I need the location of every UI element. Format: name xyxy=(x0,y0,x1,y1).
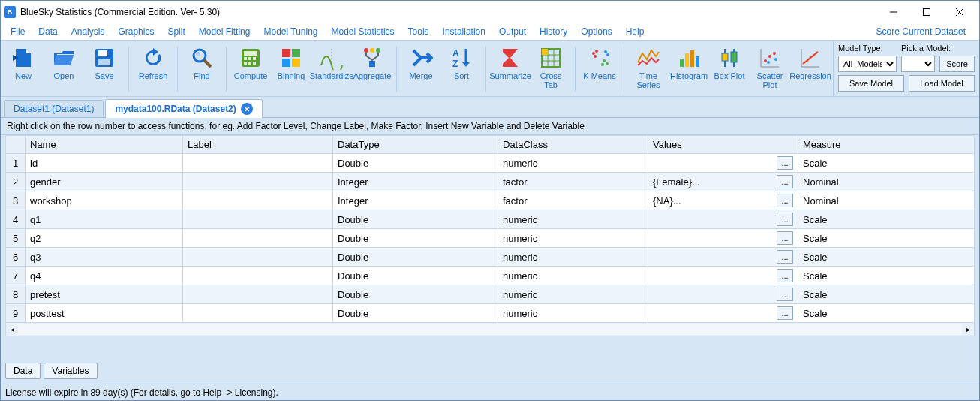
cell-label[interactable] xyxy=(183,154,333,173)
dataset-tab-0[interactable]: Dataset1 (Dataset1) xyxy=(4,100,104,117)
values-edit-button[interactable]: ... xyxy=(777,175,793,188)
cell-name[interactable]: pretest xyxy=(26,285,183,304)
cell-name[interactable]: posttest xyxy=(26,304,183,323)
toolbar-timeseries-button[interactable]: Time Series xyxy=(629,44,668,95)
row-number[interactable]: 4 xyxy=(6,210,26,229)
col-name[interactable]: Name xyxy=(26,136,183,154)
row-number[interactable]: 8 xyxy=(6,285,26,304)
menu-options[interactable]: Options xyxy=(576,25,617,38)
cell-label[interactable] xyxy=(183,248,333,267)
cell-measure[interactable]: Scale xyxy=(798,248,975,267)
values-edit-button[interactable]: ... xyxy=(777,250,793,264)
tab-close-icon[interactable]: ✕ xyxy=(241,103,253,115)
table-row[interactable]: 2genderIntegerfactor{Female}......Nomina… xyxy=(6,173,975,191)
cell-values[interactable]: ... xyxy=(648,154,798,173)
cell-datatype[interactable]: Double xyxy=(333,304,498,323)
minimize-button[interactable] xyxy=(877,1,910,23)
cell-measure[interactable]: Nominal xyxy=(798,173,975,191)
cell-measure[interactable]: Scale xyxy=(798,229,975,248)
cell-datatype[interactable]: Double xyxy=(333,229,498,248)
cell-name[interactable]: q3 xyxy=(26,248,183,267)
cell-dataclass[interactable]: numeric xyxy=(498,267,648,285)
variables-tab[interactable]: Variables xyxy=(44,363,97,379)
cell-dataclass[interactable]: numeric xyxy=(498,248,648,267)
cell-dataclass[interactable]: numeric xyxy=(498,210,648,229)
cell-values[interactable]: ... xyxy=(648,304,798,323)
table-row[interactable]: 5q2Doublenumeric...Scale xyxy=(6,229,975,248)
model-type-select[interactable]: All_Models xyxy=(838,56,897,72)
cell-values[interactable]: ... xyxy=(648,229,798,248)
cell-dataclass[interactable]: numeric xyxy=(498,304,648,323)
cell-dataclass[interactable]: factor xyxy=(498,191,648,210)
cell-datatype[interactable]: Integer xyxy=(333,173,498,191)
col-values[interactable]: Values xyxy=(648,136,798,154)
toolbar-histogram-button[interactable]: Histogram xyxy=(669,44,708,95)
scroll-right-icon[interactable]: ▸ xyxy=(962,324,974,336)
toolbar-aggregate-button[interactable]: Aggregate xyxy=(353,44,392,95)
values-edit-button[interactable]: ... xyxy=(777,194,793,207)
cell-values[interactable]: ... xyxy=(648,210,798,229)
cell-values[interactable]: ... xyxy=(648,285,798,304)
menu-file[interactable]: File xyxy=(5,25,30,38)
cell-label[interactable] xyxy=(183,229,333,248)
row-number[interactable]: 2 xyxy=(6,173,26,191)
toolbar-sort-button[interactable]: AZSort xyxy=(442,44,481,95)
cell-name[interactable]: workshop xyxy=(26,191,183,210)
cell-name[interactable]: q4 xyxy=(26,267,183,285)
pick-model-select[interactable] xyxy=(901,56,935,72)
menu-tools[interactable]: Tools xyxy=(403,25,434,38)
col-dataclass[interactable]: DataClass xyxy=(498,136,648,154)
dataset-tab-1[interactable]: mydata100.RData (Dataset2)✕ xyxy=(105,99,262,118)
cell-datatype[interactable]: Double xyxy=(333,154,498,173)
toolbar-regression-button[interactable]: Regression xyxy=(791,44,830,95)
toolbar-refresh-button[interactable]: Refresh xyxy=(134,44,173,95)
table-row[interactable]: 4q1Doublenumeric...Scale xyxy=(6,210,975,229)
cell-dataclass[interactable]: numeric xyxy=(498,285,648,304)
scroll-left-icon[interactable]: ◂ xyxy=(6,324,18,336)
cell-label[interactable] xyxy=(183,173,333,191)
toolbar-new-button[interactable]: New xyxy=(4,44,43,95)
cell-measure[interactable]: Scale xyxy=(798,267,975,285)
cell-dataclass[interactable]: numeric xyxy=(498,229,648,248)
menu-model-tuning[interactable]: Model Tuning xyxy=(258,25,323,38)
toolbar-binning-button[interactable]: Binning xyxy=(272,44,311,95)
cell-datatype[interactable]: Double xyxy=(333,248,498,267)
row-number[interactable]: 7 xyxy=(6,267,26,285)
toolbar-open-button[interactable]: Open xyxy=(44,44,83,95)
cell-label[interactable] xyxy=(183,267,333,285)
col-measure[interactable]: Measure xyxy=(798,136,975,154)
menu-model-statistics[interactable]: Model Statistics xyxy=(326,25,400,38)
toolbar-find-button[interactable]: Find xyxy=(182,44,221,95)
toolbar-summarize-button[interactable]: Summarize xyxy=(491,44,530,95)
menu-analysis[interactable]: Analysis xyxy=(66,25,110,38)
cell-measure[interactable]: Scale xyxy=(798,154,975,173)
cell-label[interactable] xyxy=(183,285,333,304)
menu-graphics[interactable]: Graphics xyxy=(113,25,159,38)
cell-dataclass[interactable]: numeric xyxy=(498,154,648,173)
toolbar-compute-button[interactable]: Compute xyxy=(231,44,270,95)
menu-help[interactable]: Help xyxy=(621,25,650,38)
table-row[interactable]: 9posttestDoublenumeric...Scale xyxy=(6,304,975,323)
cell-measure[interactable]: Scale xyxy=(798,285,975,304)
cell-name[interactable]: q1 xyxy=(26,210,183,229)
values-edit-button[interactable]: ... xyxy=(777,156,793,170)
toolbar-merge-button[interactable]: Merge xyxy=(401,44,440,95)
values-edit-button[interactable]: ... xyxy=(777,231,793,245)
toolbar-crosstab-button[interactable]: Cross Tab xyxy=(531,44,570,95)
row-number[interactable]: 5 xyxy=(6,229,26,248)
cell-values[interactable]: ... xyxy=(648,248,798,267)
cell-datatype[interactable]: Double xyxy=(333,285,498,304)
values-edit-button[interactable]: ... xyxy=(777,213,793,226)
row-number[interactable]: 3 xyxy=(6,191,26,210)
score-button[interactable]: Score xyxy=(939,56,975,72)
values-edit-button[interactable]: ... xyxy=(777,288,793,301)
cell-name[interactable]: id xyxy=(26,154,183,173)
row-number[interactable]: 6 xyxy=(6,248,26,267)
score-current-dataset-link[interactable]: Score Current Dataset xyxy=(872,25,970,38)
cell-label[interactable] xyxy=(183,210,333,229)
menu-output[interactable]: Output xyxy=(494,25,531,38)
cell-name[interactable]: gender xyxy=(26,173,183,191)
row-number[interactable]: 9 xyxy=(6,304,26,323)
row-number[interactable]: 1 xyxy=(6,154,26,173)
save-model-button[interactable]: Save Model xyxy=(838,75,904,92)
